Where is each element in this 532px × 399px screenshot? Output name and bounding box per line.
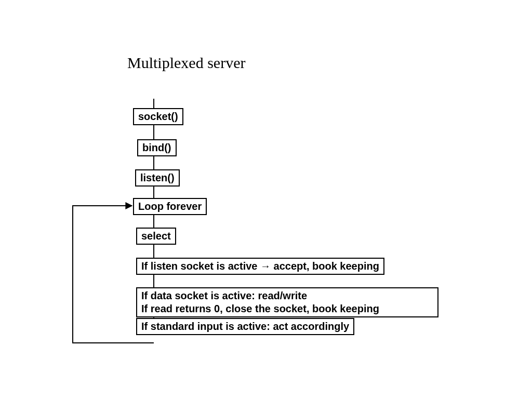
node-stdin: If standard input is active: act accordi… [136, 318, 354, 335]
diagram-title: Multiplexed server [127, 54, 245, 72]
node-select: select [136, 228, 176, 245]
node-loop-forever: Loop forever [133, 198, 207, 215]
node-data-line1: If data socket is active: read/write [141, 290, 307, 301]
node-data-socket: If data socket is active: read/write If … [136, 287, 438, 317]
node-listen: listen() [135, 169, 180, 187]
node-accept: If listen socket is active → accept, boo… [136, 258, 384, 275]
node-socket: socket() [133, 108, 183, 125]
node-data-line2: If read returns 0, close the socket, boo… [141, 303, 379, 314]
node-bind: bind() [137, 139, 177, 156]
connectors-layer [0, 0, 532, 399]
